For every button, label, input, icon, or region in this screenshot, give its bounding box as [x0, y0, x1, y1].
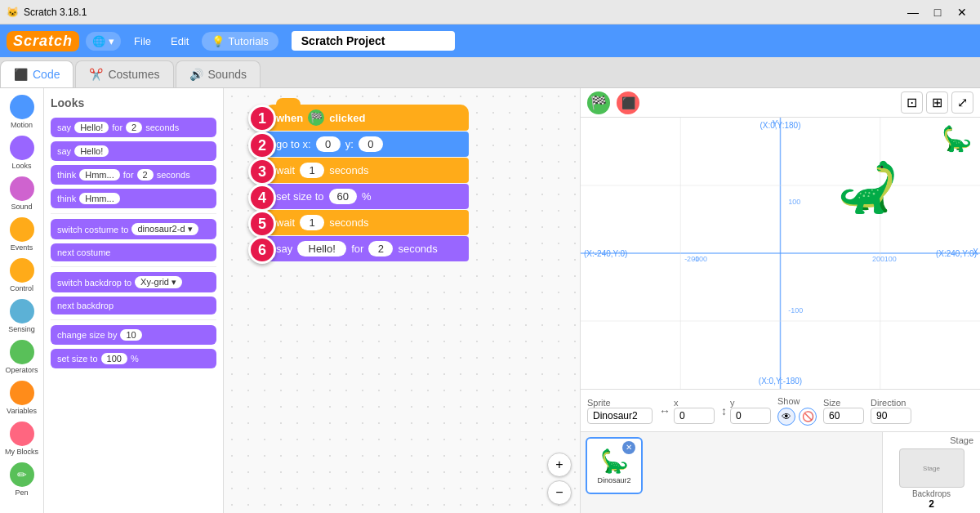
sprite-info: Sprite ↔ x ↕ y Show 👁 — [581, 389, 980, 431]
x-axis-label: X — [973, 248, 978, 256]
script-row-2: 2 go to x: 0 y: 0 — [265, 132, 469, 157]
size-label: Size — [823, 398, 864, 408]
large-stage-button[interactable]: ⊞ — [926, 91, 948, 114]
sprite-thumb-image: 🦕 ✕ — [600, 448, 629, 475]
category-myblocks[interactable]: My Blocks — [0, 418, 43, 459]
category-sensing[interactable]: Sensing — [0, 296, 43, 337]
tab-costumes[interactable]: ✂️ Costumes — [75, 60, 173, 87]
stage-area: 🏁 ⬛ ⊡ ⊞ ⤢ — [580, 88, 980, 513]
sprite-label-section: Sprite — [587, 398, 653, 424]
separator1 — [51, 213, 216, 214]
y-input[interactable] — [730, 408, 771, 424]
scratch-icon: 🐱 — [7, 7, 19, 18]
block-set-size[interactable]: set size to 100 % — [51, 349, 216, 368]
menubar: Scratch 🌐 ▾ File Edit 💡 Tutorials — [0, 25, 980, 57]
fullscreen-button[interactable]: ⤢ — [951, 91, 973, 114]
script-row-3: 3 wait 1 seconds — [265, 158, 469, 183]
category-operators[interactable]: Operators — [0, 337, 43, 377]
svg-text:-100: -100 — [788, 306, 803, 314]
blocks-header: Looks — [51, 95, 216, 111]
show-section: Show 👁 🚫 — [777, 396, 817, 426]
sounds-icon: 🔊 — [189, 68, 203, 81]
coord-right: (X:240,Y:0) — [936, 249, 977, 258]
category-variables[interactable]: Variables — [0, 377, 43, 418]
stage-canvas: 100 -100 -100 100 -200 200 (X:0,Y:180) (… — [581, 118, 980, 389]
zoom-out-button[interactable]: − — [547, 480, 572, 505]
file-menu[interactable]: File — [127, 32, 158, 51]
block-next-costume[interactable]: next costume — [51, 243, 216, 261]
block-say-seconds[interactable]: say Hello! for 2 seconds — [51, 118, 216, 137]
x-input[interactable] — [674, 408, 715, 424]
zoom-controls: + − — [547, 453, 572, 505]
arrows-y-section: ↕ y — [721, 398, 771, 424]
app-title: Scratch 3.18.1 — [24, 7, 87, 18]
tab-sounds[interactable]: 🔊 Sounds — [176, 60, 261, 87]
block-say[interactable]: say Hello! — [51, 141, 216, 161]
script-container: 1 when 🏁 clicked 2 go to x: 0 y: 0 — [265, 105, 469, 262]
separator2 — [51, 266, 216, 267]
svg-text:100: 100 — [788, 198, 800, 206]
stage-toolbar: 🏁 ⬛ ⊡ ⊞ ⤢ — [581, 88, 980, 118]
svg-text:200: 200 — [872, 255, 884, 263]
small-stage-button[interactable]: ⊡ — [901, 91, 923, 114]
close-button[interactable]: ✕ — [951, 1, 973, 24]
block-wait-1[interactable]: wait 1 seconds — [265, 158, 469, 183]
show-visible-button[interactable]: 👁 — [777, 408, 795, 426]
block-think[interactable]: think Hmm... — [51, 189, 216, 208]
stop-button[interactable]: ⬛ — [617, 91, 639, 114]
language-button[interactable]: 🌐 ▾ — [86, 32, 121, 51]
direction-input[interactable] — [871, 408, 911, 424]
block-say-hello[interactable]: say Hello! for 2 seconds — [265, 236, 469, 261]
show-label: Show — [777, 396, 817, 406]
category-pen[interactable]: ✏ Pen — [0, 459, 43, 500]
tutorials-button[interactable]: 💡 Tutorials — [202, 32, 278, 51]
stage-grid-svg: 100 -100 -100 100 -200 200 — [581, 118, 980, 389]
sprite-thumb-dinosaur2[interactable]: 🦕 ✕ Dinosaur2 — [586, 437, 643, 494]
svg-text:100: 100 — [884, 255, 897, 263]
stage-section-label: Stage — [886, 435, 977, 445]
costumes-icon: ✂️ — [89, 68, 103, 81]
block-goto-xy[interactable]: go to x: 0 y: 0 — [265, 132, 469, 157]
maximize-button[interactable]: □ — [926, 1, 949, 24]
green-flag-button[interactable]: 🏁 — [587, 91, 610, 114]
tab-sounds-label: Sounds — [208, 68, 247, 81]
block-switch-costume[interactable]: switch costume to dinosaur2-d ▾ — [51, 219, 216, 239]
tab-code[interactable]: ⬛ Code — [0, 60, 74, 87]
direction-label: Direction — [871, 398, 911, 408]
block-when-clicked[interactable]: when 🏁 clicked — [265, 105, 469, 131]
size-input[interactable] — [823, 408, 864, 424]
coord-top: (X:0,Y:180) — [760, 121, 800, 130]
coord-left: (X:-240,Y:0) — [584, 249, 627, 258]
delete-sprite-button[interactable]: ✕ — [622, 441, 635, 454]
scratch-logo[interactable]: Scratch — [7, 31, 79, 51]
category-sound[interactable]: Sound — [0, 173, 43, 214]
block-wait-2[interactable]: wait 1 seconds — [265, 210, 469, 235]
category-control[interactable]: Control — [0, 255, 43, 296]
block-set-size-60[interactable]: set size to 60 % — [265, 184, 469, 209]
minimize-button[interactable]: — — [902, 1, 924, 24]
category-events[interactable]: Events — [0, 214, 43, 255]
show-hidden-button[interactable]: 🚫 — [799, 408, 817, 426]
stage-thumbnail[interactable]: Stage — [899, 448, 964, 488]
zoom-in-button[interactable]: + — [547, 453, 572, 477]
block-next-backdrop[interactable]: next backdrop — [51, 297, 216, 314]
block-switch-backdrop[interactable]: switch backdrop to Xy-grid ▾ — [51, 272, 216, 292]
globe-icon: 🌐 — [92, 35, 105, 47]
project-name-input[interactable] — [292, 31, 455, 51]
sprite-dinosaur2: 🦕 — [837, 158, 898, 216]
edit-menu[interactable]: Edit — [164, 32, 195, 51]
script-row-4: 4 set size to 60 % — [265, 184, 469, 209]
lightbulb-icon: 💡 — [212, 35, 225, 47]
backdrops-label: Backdrops — [912, 489, 951, 498]
y-label: y — [730, 398, 771, 408]
titlebar: 🐱 Scratch 3.18.1 — □ ✕ — [0, 0, 980, 25]
block-think-seconds[interactable]: think Hmm... for 2 seconds — [51, 165, 216, 185]
separator3 — [51, 319, 216, 320]
sprite-name-input[interactable] — [587, 408, 653, 424]
updown-icon: ↕ — [721, 404, 727, 417]
block-change-size[interactable]: change size by 10 — [51, 325, 216, 345]
category-motion[interactable]: Motion — [0, 91, 43, 132]
category-looks[interactable]: Looks — [0, 132, 43, 173]
sprite-list: 🦕 ✕ Dinosaur2 Stage Stage Backdrops 2 — [581, 431, 980, 513]
code-icon: ⬛ — [14, 68, 28, 81]
